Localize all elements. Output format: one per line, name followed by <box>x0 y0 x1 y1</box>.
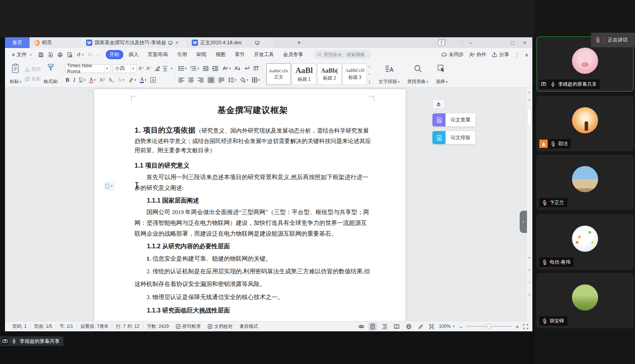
spell-check-button[interactable]: 拼写检查 <box>172 323 204 330</box>
web-view-button[interactable] <box>405 322 413 331</box>
subscript-button[interactable]: X₂ <box>108 77 114 83</box>
tab-document-2[interactable]: W 正文2020.4.18.doc <box>187 37 275 48</box>
columns-icon[interactable] <box>253 66 259 71</box>
scroll-up-icon[interactable]: ▴ <box>526 98 532 101</box>
menu-item-home[interactable]: 开始 <box>106 50 123 59</box>
bold-button[interactable]: B <box>66 77 70 83</box>
menu-item-page-layout[interactable]: 页面布局 <box>144 50 172 59</box>
muted-mic-icon[interactable] <box>595 37 601 43</box>
proofread-button[interactable]: 文档校对 <box>204 323 236 330</box>
clear-format-icon[interactable] <box>154 65 160 71</box>
styles-scroll-down-icon[interactable]: ▾ <box>369 73 370 76</box>
menu-item-references[interactable]: 引用 <box>173 50 191 59</box>
close-tab-icon[interactable]: × <box>175 40 178 46</box>
menu-item-view[interactable]: 视图 <box>212 50 229 59</box>
find-replace-button[interactable]: 查找替换▾ <box>404 62 431 86</box>
menu-item-member[interactable]: 会员专享 <box>279 50 307 59</box>
next-page-icon[interactable]: ∨ <box>526 293 532 296</box>
cut-button[interactable]: 剪切 <box>25 66 41 73</box>
collaborate-button[interactable]: 协作 <box>469 51 486 58</box>
line-spacing-button[interactable]: ▾ <box>228 77 237 83</box>
menu-item-review[interactable]: 审阅 <box>193 50 210 59</box>
print-preview-icon[interactable] <box>67 52 73 58</box>
status-page-count[interactable]: 页面: 1/5 <box>30 323 55 330</box>
read-mode-button[interactable] <box>392 322 401 331</box>
zoom-slider-knob[interactable] <box>486 324 491 329</box>
close-button[interactable]: × <box>521 40 529 46</box>
scroll-top-icon[interactable]: ∧ <box>526 91 532 94</box>
menu-item-dev-tools[interactable]: 开发工具 <box>250 50 278 59</box>
zoom-slider[interactable] <box>466 326 512 327</box>
style-heading-1[interactable]: AaBl 标题 1 <box>292 63 316 85</box>
numbered-list-button[interactable]: ▾ <box>190 66 199 71</box>
menu-item-section[interactable]: 章节 <box>231 50 249 59</box>
font-size-select[interactable]: 小四 ▾ <box>113 64 136 73</box>
zoom-level-button[interactable]: 100% ▾ <box>438 324 455 329</box>
text-direction-button[interactable]: ▾ <box>222 66 231 71</box>
fit-page-icon[interactable] <box>429 324 434 329</box>
paper-check-button[interactable]: 论文查重 <box>432 113 475 126</box>
account-avatar[interactable] <box>449 39 457 47</box>
decrease-font-button[interactable]: A⁻ <box>146 66 152 71</box>
file-menu-button[interactable]: ≡ 文件 ∨ <box>9 51 35 58</box>
participant-tile[interactable]: 胡安铎 <box>537 273 633 328</box>
style-heading-2[interactable]: AaBb( 标题 2 <box>317 63 342 85</box>
collapse-tools-button[interactable] <box>432 99 445 109</box>
bullet-list-button[interactable]: ▾ <box>178 66 187 71</box>
export-icon[interactable] <box>48 52 53 58</box>
window-count-badge[interactable]: 2 <box>438 40 445 46</box>
tab-home[interactable]: 首页 <box>5 37 30 48</box>
shading-button[interactable]: ▾ <box>240 77 248 83</box>
sync-status-button[interactable]: 未同步 <box>441 51 464 58</box>
maximize-button[interactable]: □ <box>509 40 516 46</box>
increase-font-button[interactable]: A⁺ <box>139 66 144 71</box>
minimize-button[interactable]: – <box>467 40 475 46</box>
scrollbar-thumb[interactable] <box>527 108 532 126</box>
char-border-button[interactable]: A <box>150 77 156 83</box>
more-vertical-icon[interactable]: ⋮ <box>514 52 519 58</box>
strikethrough-button[interactable]: A▾ <box>89 77 96 83</box>
styles-more-icon[interactable]: ▾ <box>369 80 370 83</box>
participant-tile[interactable]: 电信-蒋伟 <box>537 214 633 269</box>
share-button[interactable]: 分享 <box>492 51 509 58</box>
status-word-count[interactable]: 字数: 2429 <box>143 323 172 330</box>
paragraph-sort-icon[interactable] <box>234 66 240 71</box>
paste-button[interactable]: 粘贴▾ <box>8 62 23 86</box>
tab-docer[interactable]: 稻壳 <box>30 37 81 48</box>
style-heading-3[interactable]: AaBbCcD 标题 3 <box>342 63 367 85</box>
outline-view-button[interactable] <box>381 322 389 331</box>
styles-scroll-up-icon[interactable]: ▴ <box>369 65 370 68</box>
distribute-icon[interactable] <box>218 77 224 83</box>
italic-button[interactable]: I <box>73 77 75 83</box>
status-section[interactable]: 节: 1/1 <box>56 323 76 330</box>
pinyin-guide-button[interactable]: wén 文 <box>163 65 168 72</box>
fullscreen-icon[interactable] <box>523 324 529 329</box>
superscript-button[interactable]: X² <box>100 77 105 83</box>
eye-protect-icon[interactable] <box>358 324 365 329</box>
copy-button[interactable]: 复制 <box>25 76 41 82</box>
align-right-icon[interactable] <box>198 77 204 83</box>
select-button[interactable]: 选择▾ <box>433 62 451 86</box>
status-line-col[interactable]: 行: 7 列: 12 <box>112 323 143 330</box>
page-view-button[interactable] <box>369 322 377 331</box>
align-center-icon[interactable] <box>188 77 194 83</box>
text-effects-button[interactable]: A▾ <box>118 77 124 83</box>
justify-button[interactable] <box>207 76 215 83</box>
save-icon[interactable] <box>38 52 44 58</box>
previous-page-icon[interactable]: ∧ <box>526 268 532 272</box>
increase-indent-icon[interactable] <box>212 66 218 71</box>
line-break-icon[interactable] <box>244 66 250 71</box>
tab-document-1[interactable]: W 国家基金撰写方法及技巧-李靖超 × <box>81 37 187 48</box>
redo-button[interactable]: ↻ <box>88 52 92 58</box>
participant-tile[interactable]: 邵洁 <box>537 96 633 151</box>
collapse-panel-handle[interactable]: › <box>520 211 527 233</box>
decrease-indent-icon[interactable] <box>203 66 209 71</box>
font-name-select[interactable]: Times New Roma ▾ <box>65 64 110 73</box>
status-page-number[interactable]: 页码: 1 <box>9 323 30 330</box>
vertical-scrollbar[interactable]: ∧ ▴ ▾ ∧ □ ∨ <box>526 88 532 321</box>
print-icon[interactable] <box>57 52 63 58</box>
undo-button[interactable]: ↺∨ <box>76 52 84 58</box>
highlight-button[interactable]: ▾ <box>128 77 136 83</box>
status-setting[interactable]: 设置值: 7厘米 <box>77 323 112 330</box>
browse-object-icon[interactable]: □ <box>526 281 532 284</box>
